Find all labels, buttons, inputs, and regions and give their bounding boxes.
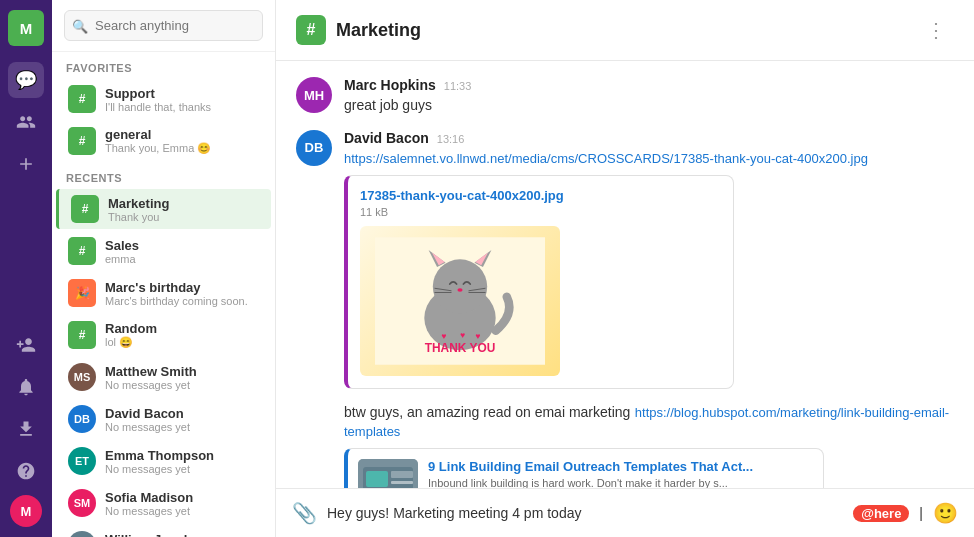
search-bar: 🔍 [52,0,275,52]
inline-message: btw guys, an amazing read on emai market… [296,403,954,488]
hash-icon: # [68,237,96,265]
item-preview: Thank you [108,211,169,223]
avatar: DB [296,130,332,166]
item-name: Support [105,86,211,101]
message-author: David Bacon [344,130,429,146]
team-icon-btn[interactable] [8,104,44,140]
item-preview: No messages yet [105,505,193,517]
sidebar-item-emma-thompson[interactable]: ET Emma Thompson No messages yet [56,441,271,481]
item-preview: Thank you, Emma 😊 [105,142,211,155]
help-icon-btn[interactable] [8,453,44,489]
sidebar: 🔍 FAVORITES # Support I'll handle that, … [52,0,276,537]
item-preview: emma [105,253,139,265]
message-group: MH Marc Hopkins 11:33 great job guys [296,77,954,116]
hash-icon: # [71,195,99,223]
bell-icon-btn[interactable] [8,369,44,405]
item-name: William Jacob [105,532,192,538]
avatar: DB [68,405,96,433]
hash-icon: # [68,127,96,155]
item-preview: lol 😄 [105,336,157,349]
message-time: 13:16 [437,133,465,145]
channel-header: # Marketing ⋮ [276,0,974,61]
sidebar-item-sales[interactable]: # Sales emma [56,231,271,271]
bottom-user-avatar[interactable]: M [10,495,42,527]
message-author: Marc Hopkins [344,77,436,93]
messages-icon-btn[interactable]: 💬 [8,62,44,98]
favorites-label: FAVORITES [52,52,275,78]
add-icon-btn[interactable] [8,146,44,182]
avatar: MS [68,363,96,391]
sidebar-item-support[interactable]: # Support I'll handle that, thanks [56,79,271,119]
main-content: # Marketing ⋮ MH Marc Hopkins 11:33 grea… [276,0,974,537]
avatar: MH [296,77,332,113]
svg-text:♥: ♥ [441,331,446,341]
user-avatar-btn[interactable]: M [8,10,44,46]
svg-rect-18 [366,471,388,487]
channel-name: Marketing [336,20,421,41]
sidebar-item-marcs-birthday[interactable]: 🎉 Marc's birthday Marc's birthday coming… [56,273,271,313]
search-icon: 🔍 [72,18,88,33]
item-preview: No messages yet [105,421,190,433]
svg-text:♥: ♥ [475,331,480,341]
recents-label: RECENTS [52,162,275,188]
svg-point-2 [433,259,487,313]
item-name: David Bacon [105,406,190,421]
svg-rect-19 [391,471,413,478]
item-name: Marketing [108,196,169,211]
add-user-icon-btn[interactable] [8,327,44,363]
item-name: Matthew Smith [105,364,197,379]
item-name: Sofia Madison [105,490,193,505]
cursor-indicator: | [919,505,923,521]
avatar: ET [68,447,96,475]
message-time: 11:33 [444,80,472,92]
item-name: Marc's birthday [105,280,248,295]
btw-text: btw guys, an amazing read on emai market… [344,404,630,420]
search-input[interactable] [64,10,263,41]
svg-text:THANK YOU: THANK YOU [425,341,495,355]
hash-icon: # [68,85,96,113]
item-preview: No messages yet [105,379,197,391]
sidebar-item-general[interactable]: # general Thank you, Emma 😊 [56,121,271,161]
message-group: DB David Bacon 13:16 https://salemnet.vo… [296,130,954,389]
item-name: Emma Thompson [105,448,214,463]
link-thumbnail [358,459,418,488]
more-options-btn[interactable]: ⋮ [918,14,954,46]
birthday-icon: 🎉 [68,279,96,307]
message-body: David Bacon 13:16 https://salemnet.vo.ll… [344,130,954,389]
sidebar-item-sofia-madison[interactable]: SM Sofia Madison No messages yet [56,483,271,523]
message-input-area: 📎 @here | 🙂 [276,488,974,537]
item-preview: Marc's birthday coming soon. [105,295,248,307]
message-body: Marc Hopkins 11:33 great job guys [344,77,954,116]
message-input[interactable] [327,505,843,521]
link-preview-card: 9 Link Building Email Outreach Templates… [344,448,824,488]
icon-bar: M 💬 M [0,0,52,537]
channel-title: # Marketing [296,15,421,45]
emoji-icon[interactable]: 🙂 [933,501,958,525]
sidebar-item-random[interactable]: # Random lol 😄 [56,315,271,355]
download-icon-btn[interactable] [8,411,44,447]
message-text: great job guys [344,96,954,116]
channel-hash-badge: # [296,15,326,45]
sidebar-item-william-jacob[interactable]: WJ William Jacob No messages yet [56,525,271,537]
link-title: 9 Link Building Email Outreach Templates… [428,459,813,474]
mention-badge: @here [853,505,909,522]
svg-rect-20 [391,481,413,484]
svg-text:♥: ♥ [460,329,465,339]
attach-icon[interactable]: 📎 [292,501,317,525]
file-name: 17385-thank-you-cat-400x200.jpg [360,188,721,203]
messages-area: MH Marc Hopkins 11:33 great job guys DB … [276,61,974,488]
hash-icon: # [68,321,96,349]
item-name: Sales [105,238,139,253]
file-thumbnail: THANK YOU ♥ ♥ ♥ [360,226,560,376]
link-content: 9 Link Building Email Outreach Templates… [428,459,813,488]
message-link[interactable]: https://salemnet.vo.llnwd.net/media/cms/… [344,151,868,166]
item-preview: No messages yet [105,463,214,475]
avatar: WJ [68,531,96,537]
sidebar-item-marketing[interactable]: # Marketing Thank you [56,189,271,229]
file-size: 11 kB [360,206,721,218]
svg-point-7 [457,288,462,291]
sidebar-item-matthew-smith[interactable]: MS Matthew Smith No messages yet [56,357,271,397]
link-description: Inbound link building is hard work. Don'… [428,477,813,488]
sidebar-item-david-bacon[interactable]: DB David Bacon No messages yet [56,399,271,439]
item-name: Random [105,321,157,336]
